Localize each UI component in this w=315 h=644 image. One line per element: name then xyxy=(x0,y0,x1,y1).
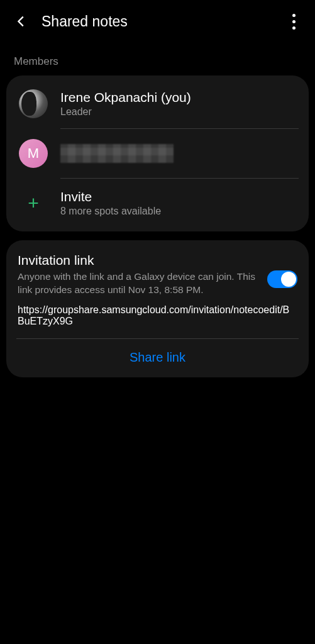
back-button[interactable] xyxy=(10,10,33,33)
invitation-text: Invitation link Anyone with the link and… xyxy=(18,253,260,297)
invite-info: Invite 8 more spots available xyxy=(60,189,296,217)
invitation-title: Invitation link xyxy=(18,253,260,268)
invite-icon-wrapper: + xyxy=(19,189,48,218)
member-info xyxy=(60,144,296,163)
header: Shared notes xyxy=(0,0,315,43)
chevron-left-icon xyxy=(14,14,28,28)
member-name: Irene Okpanachi (you) xyxy=(60,90,296,105)
invite-row[interactable]: + Invite 8 more spots available xyxy=(16,179,299,228)
share-link-button[interactable]: Share link xyxy=(18,339,297,369)
members-card: Irene Okpanachi (you) Leader M + Invite … xyxy=(6,75,309,231)
member-row[interactable]: Irene Okpanachi (you) Leader xyxy=(16,79,299,128)
more-vertical-icon xyxy=(292,14,296,30)
invitation-description: Anyone with the link and a Galaxy device… xyxy=(18,270,260,297)
avatar: M xyxy=(19,139,48,168)
plus-icon: + xyxy=(28,194,39,213)
toggle-knob xyxy=(281,272,296,287)
member-name-redacted xyxy=(60,144,174,163)
member-role: Leader xyxy=(60,106,296,118)
invitation-link-toggle[interactable] xyxy=(267,270,297,288)
invitation-url: https://groupshare.samsungcloud.com/invi… xyxy=(18,304,297,327)
overflow-menu-button[interactable] xyxy=(282,10,305,33)
page-title: Shared notes xyxy=(41,13,282,30)
invitation-card: Invitation link Anyone with the link and… xyxy=(6,240,309,377)
avatar-initial: M xyxy=(28,145,39,162)
avatar xyxy=(19,89,48,118)
invite-label: Invite xyxy=(60,189,296,204)
member-info: Irene Okpanachi (you) Leader xyxy=(60,90,296,118)
member-row[interactable]: M xyxy=(16,129,299,178)
invitation-header: Invitation link Anyone with the link and… xyxy=(18,253,297,297)
members-section-label: Members xyxy=(0,43,315,75)
invite-subtext: 8 more spots available xyxy=(60,206,296,217)
